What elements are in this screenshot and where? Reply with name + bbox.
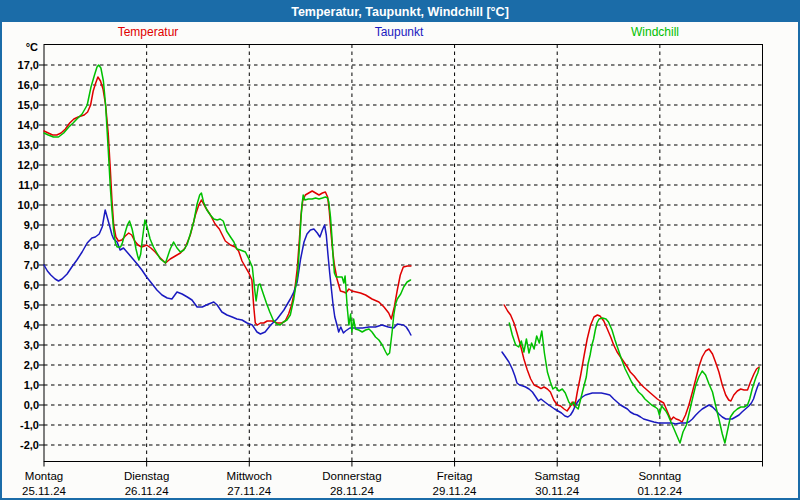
series-line-taupunkt	[44, 210, 411, 335]
x-day-label: Sonntag	[638, 470, 681, 482]
x-day-label: Freitag	[437, 470, 473, 482]
y-tick-label: 2,0	[24, 359, 39, 371]
chart-generated-layer: 17,016,015,014,013,012,011,010,09,08,07,…	[18, 45, 763, 498]
y-tick-label: 11,0	[18, 179, 39, 191]
x-date-label: 27.11.24	[227, 485, 272, 497]
y-tick-label: 8,0	[24, 239, 39, 251]
y-tick-label: 14,0	[18, 119, 39, 131]
y-tick-label: 15,0	[18, 99, 39, 111]
y-tick-label: 0,0	[24, 399, 39, 411]
y-tick-label: 4,0	[24, 319, 39, 331]
x-date-label: 28.11.24	[330, 485, 375, 497]
x-date-label: 30.11.24	[535, 485, 580, 497]
plot-frame	[44, 45, 763, 462]
legend-taupunkt: Taupunkt	[375, 25, 424, 39]
y-tick-label: 7,0	[24, 259, 39, 271]
x-date-label: 25.11.24	[22, 485, 67, 497]
y-tick-label: 10,0	[18, 199, 39, 211]
y-tick-label: 17,0	[18, 59, 39, 71]
series-line-temperatur	[504, 305, 759, 422]
y-tick-label: 1,0	[24, 379, 39, 391]
y-axis-unit-label: °C	[26, 41, 38, 53]
x-day-label: Donnerstag	[322, 470, 381, 482]
y-tick-label: 13,0	[18, 139, 39, 151]
series-line-windchill	[44, 65, 411, 355]
legend-windchill: Windchill	[631, 25, 679, 39]
x-date-label: 29.11.24	[433, 485, 478, 497]
series-line-temperatur	[44, 77, 411, 325]
app-window: Temperatur, Taupunkt, Windchill [°C] 17,…	[0, 0, 800, 500]
y-tick-label: 9,0	[24, 219, 39, 231]
y-tick-label: 6,0	[24, 279, 39, 291]
y-tick-label: 5,0	[24, 299, 39, 311]
x-date-label: 01.12.24	[637, 485, 682, 497]
legend-temperatur: Temperatur	[118, 25, 179, 39]
x-day-label: Montag	[25, 470, 63, 482]
chart-canvas: 17,016,015,014,013,012,011,010,09,08,07,…	[2, 2, 800, 500]
x-date-label: 26.11.24	[125, 485, 170, 497]
y-tick-label: -2,0	[20, 439, 39, 451]
x-day-label: Mittwoch	[227, 470, 272, 482]
y-tick-label: 12,0	[18, 159, 39, 171]
x-day-label: Samstag	[535, 470, 580, 482]
y-tick-label: -1,0	[20, 419, 39, 431]
x-day-label: Dienstag	[124, 470, 169, 482]
y-tick-label: 16,0	[18, 79, 39, 91]
y-tick-label: 3,0	[24, 339, 39, 351]
